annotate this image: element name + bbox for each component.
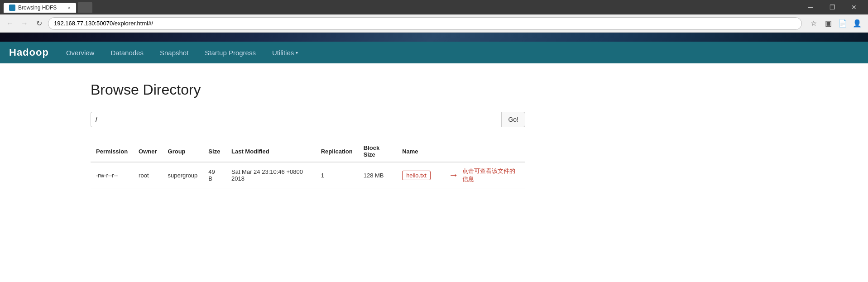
table-header: Permission Owner Group Size Last Modifie… — [91, 141, 525, 162]
bookmark-button[interactable]: ☆ — [807, 17, 820, 30]
address-bar[interactable] — [48, 17, 802, 30]
main-content: Browse Directory Go! Permission Owner Gr… — [0, 63, 868, 281]
browser-controls: ← → ↻ ☆ ▣ 📄 👤 — [0, 14, 868, 33]
browser-actions: ☆ ▣ 📄 👤 — [807, 17, 863, 30]
table-body: -rw-r--r-- root supergroup 49 B Sat Mar … — [91, 162, 525, 188]
new-tab-button[interactable] — [78, 2, 92, 13]
browser-titlebar: Browsing HDFS × ─ ❐ ✕ — [0, 0, 868, 14]
path-input[interactable] — [91, 112, 501, 127]
cell-permission: -rw-r--r-- — [91, 162, 133, 188]
col-last-modified: Last Modified — [226, 141, 316, 162]
arrow-icon: → — [449, 169, 459, 181]
cell-block-size: 128 MB — [358, 162, 397, 188]
browser-tab[interactable]: Browsing HDFS × — [4, 3, 76, 13]
col-replication: Replication — [316, 141, 358, 162]
back-button[interactable]: ← — [5, 18, 15, 29]
navbar-brand: Hadoop — [9, 47, 49, 58]
forward-button[interactable]: → — [19, 18, 30, 29]
nav-item-startup-progress[interactable]: Startup Progress — [197, 42, 264, 63]
file-table: Permission Owner Group Size Last Modifie… — [91, 141, 525, 188]
col-block-size: Block Size — [358, 141, 397, 162]
tab-label: Browsing HDFS — [18, 5, 57, 11]
table-row: -rw-r--r-- root supergroup 49 B Sat Mar … — [91, 162, 525, 188]
tab-favicon — [9, 5, 15, 11]
col-permission: Permission — [91, 141, 133, 162]
cell-group: supergroup — [163, 162, 203, 188]
page-title: Browse Directory — [91, 81, 841, 98]
col-annotation — [436, 141, 525, 162]
window-controls: ─ ❐ ✕ — [800, 0, 864, 14]
tab-close-button[interactable]: × — [68, 5, 71, 10]
chevron-down-icon: ▾ — [296, 50, 298, 55]
path-row: Go! — [91, 112, 525, 127]
cell-name: hello.txt — [397, 162, 436, 188]
navbar: Hadoop Overview Datanodes Snapshot Start… — [0, 42, 868, 63]
screenshot-button[interactable]: ▣ — [822, 17, 834, 30]
col-owner: Owner — [133, 141, 162, 162]
col-size: Size — [203, 141, 226, 162]
cell-last-modified: Sat Mar 24 23:10:46 +0800 2018 — [226, 162, 316, 188]
table-header-row: Permission Owner Group Size Last Modifie… — [91, 141, 525, 162]
nav-item-overview[interactable]: Overview — [58, 42, 103, 63]
cell-size: 49 B — [203, 162, 226, 188]
cell-annotation: → 点击可查看该文件的信息 — [436, 162, 525, 188]
file-link[interactable]: hello.txt — [402, 171, 431, 180]
nav-item-utilities[interactable]: Utilities ▾ — [264, 42, 306, 63]
annotation-row: → 点击可查看该文件的信息 — [441, 167, 520, 183]
go-button[interactable]: Go! — [501, 112, 525, 127]
reload-button[interactable]: ↻ — [34, 18, 44, 29]
pdf-button[interactable]: 📄 — [836, 17, 849, 30]
annotation-text: 点击可查看该文件的信息 — [462, 167, 520, 183]
close-button[interactable]: ✕ — [844, 0, 864, 14]
col-group: Group — [163, 141, 203, 162]
nav-item-utilities-label: Utilities — [272, 49, 294, 57]
banner-image — [0, 33, 868, 42]
cell-owner: root — [133, 162, 162, 188]
col-name: Name — [397, 141, 436, 162]
nav-item-snapshot[interactable]: Snapshot — [152, 42, 197, 63]
nav-item-datanodes[interactable]: Datanodes — [102, 42, 152, 63]
user-button[interactable]: 👤 — [851, 17, 863, 30]
cell-replication: 1 — [316, 162, 358, 188]
minimize-button[interactable]: ─ — [800, 0, 821, 14]
restore-button[interactable]: ❐ — [822, 0, 843, 14]
